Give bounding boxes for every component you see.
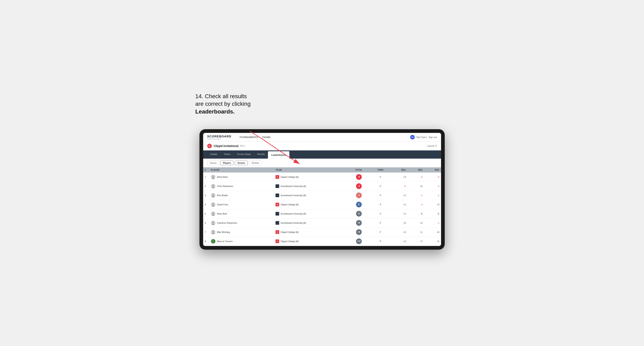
- nav-tournaments[interactable]: TOURNAMENTS: [240, 135, 258, 139]
- logo-sub: Powered by clippd: [207, 138, 231, 140]
- player-name: Rees Britt: [217, 212, 227, 215]
- svg-point-15: [212, 240, 214, 241]
- cell-thru: F: [370, 209, 391, 218]
- score-badge: +6: [356, 220, 362, 226]
- cell-thru: F: [370, 200, 391, 209]
- cell-rd3: -4: [424, 181, 441, 191]
- cell-rank: 8: [203, 237, 209, 246]
- team-logo-clippd: C: [276, 239, 279, 243]
- team-name: Scoreboard University [A]: [280, 194, 306, 196]
- table-row: 8Marcus TurnersCClippd College [A]+11F+2…: [203, 237, 441, 246]
- header-right: TU Test User | Sign out: [410, 135, 437, 139]
- tablet-frame: SCOREBOARD Powered by clippd TOURNAMENTS…: [200, 129, 445, 250]
- team-name: Scoreboard University [A]: [280, 185, 306, 187]
- svg-point-7: [212, 203, 214, 205]
- instruction-line1: 14. Check all results: [196, 93, 247, 99]
- cell-rd3: -5: [424, 173, 441, 182]
- close-icon: ✕: [435, 145, 437, 147]
- tab-teams[interactable]: Teams: [220, 151, 234, 159]
- cell-rd3: -1: [424, 218, 441, 227]
- table-row: 4David FordCClippd College [A]EF+1-4+3: [203, 200, 441, 209]
- user-avatar: TU: [410, 135, 415, 139]
- cell-rd1: +1: [391, 191, 408, 200]
- col-rd1: RD1: [391, 168, 408, 173]
- cell-thru: F: [370, 218, 391, 227]
- filter-scores[interactable]: Scores: [235, 161, 248, 165]
- tablet-screen: SCOREBOARD Powered by clippd TOURNAMENTS…: [203, 133, 441, 246]
- cell-player: Cameron Robertson: [209, 218, 274, 227]
- team-name: Clippd College [A]: [280, 203, 298, 206]
- cell-total: -2: [348, 191, 370, 200]
- cell-thru: F: [370, 173, 391, 182]
- cell-rd3: +2: [424, 237, 441, 246]
- instruction-line3: Leaderboards.: [196, 108, 235, 115]
- outer-wrapper: 14. Check all results are correct by cli…: [200, 97, 445, 250]
- leaderboard-table: # PLAYER TEAM TOTAL THRU RD1 RD2 RD3 1El…: [203, 168, 441, 246]
- col-rd3: RD3: [424, 168, 441, 173]
- cell-thru: F: [370, 237, 391, 246]
- table-row: 3Rich ButlerScoreboard University [A]-2F…: [203, 191, 441, 200]
- tournament-icon: C: [207, 144, 212, 148]
- sub-nav: Details Teams Course Setup Results Leade…: [203, 151, 441, 159]
- nav-teams[interactable]: TEAMS: [262, 135, 270, 139]
- cell-rank: 4: [203, 200, 209, 209]
- player-name: Chris Robertson: [217, 185, 233, 187]
- score-badge: -2: [356, 192, 362, 198]
- cell-rank: 5: [203, 209, 209, 218]
- score-badge: +11: [356, 238, 362, 244]
- cell-team: CClippd College [A]: [274, 173, 348, 182]
- cell-thru: F: [370, 227, 391, 237]
- cell-total: -8: [348, 173, 370, 182]
- player-name: David Ford: [217, 203, 228, 206]
- cell-rd1: +2: [391, 237, 408, 246]
- cell-rd2: +2: [408, 218, 424, 227]
- cell-rd1: +1: [391, 200, 408, 209]
- cell-rank: 3: [203, 191, 209, 200]
- svg-point-2: [212, 177, 214, 179]
- svg-point-9: [212, 212, 214, 214]
- player-avatar: [211, 184, 216, 188]
- score-badge: +1: [356, 211, 362, 217]
- tab-leaderboards[interactable]: Leaderboards: [268, 151, 290, 159]
- filter-row: Teams Players Scores Strokes: [203, 159, 441, 168]
- cell-team: Scoreboard University [A]: [274, 181, 348, 191]
- filter-teams[interactable]: Teams: [207, 161, 219, 165]
- cell-rd3: +6: [424, 227, 441, 237]
- tournament-title: Clippd Invitational: [214, 144, 238, 148]
- filter-players[interactable]: Players: [220, 161, 234, 165]
- player-avatar: [211, 202, 216, 207]
- team-name: Scoreboard University [A]: [280, 222, 306, 224]
- svg-point-3: [212, 185, 214, 186]
- cell-rank: 6: [203, 218, 209, 227]
- score-badge: -4: [356, 183, 362, 189]
- nav-links: TOURNAMENTS TEAMS: [240, 135, 404, 139]
- cell-rd1: +5: [391, 218, 408, 227]
- sign-out-link[interactable]: Sign out: [428, 136, 437, 138]
- cell-rank: 1: [203, 173, 209, 182]
- table-row: 2Chris RobertsonScoreboard University [A…: [203, 181, 441, 191]
- svg-point-1: [212, 175, 214, 177]
- cell-team: CClippd College [A]: [274, 237, 348, 246]
- table-row: 5Rees BrittScoreboard University [A]+1F+…: [203, 209, 441, 218]
- svg-point-11: [212, 221, 214, 223]
- player-avatar: [211, 239, 216, 244]
- cell-player: Marcus Turners: [209, 237, 274, 246]
- cell-player: Rees Britt: [209, 209, 274, 218]
- col-rd2: RD2: [408, 168, 424, 173]
- team-name: Clippd College [A]: [280, 231, 298, 233]
- tab-results[interactable]: Results: [254, 151, 268, 159]
- svg-point-16: [212, 242, 214, 244]
- col-rank: #: [203, 168, 209, 173]
- filter-strokes[interactable]: Strokes: [249, 161, 262, 165]
- tab-details[interactable]: Details: [207, 151, 221, 159]
- cancel-button[interactable]: Cancel ✕: [427, 145, 437, 147]
- cell-rd1: +3: [391, 173, 408, 182]
- score-badge: +9: [356, 229, 362, 235]
- table-row: 1Elliot EbertCClippd College [A]-8F+3-6-…: [203, 173, 441, 182]
- cell-rd2: -4: [408, 200, 424, 209]
- cell-total: +6: [348, 218, 370, 227]
- cell-team: Scoreboard University [A]: [274, 209, 348, 218]
- cell-team: Scoreboard University [A]: [274, 218, 348, 227]
- cell-total: +9: [348, 227, 370, 237]
- tab-course-setup[interactable]: Course Setup: [234, 151, 254, 159]
